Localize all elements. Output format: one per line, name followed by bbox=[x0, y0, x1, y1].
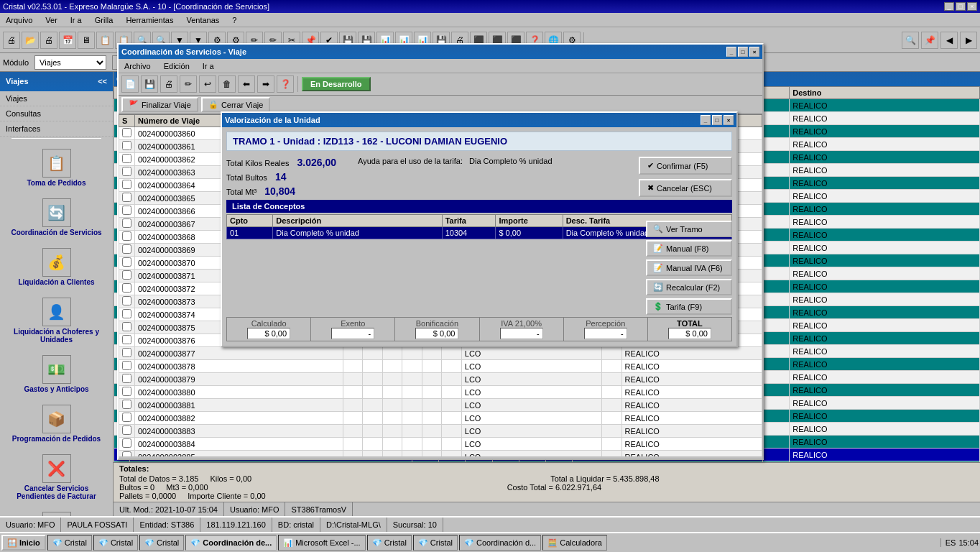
en-desarrollo-btn[interactable]: En Desarrollo bbox=[302, 77, 371, 91]
start-button[interactable]: 🪟 Inicio bbox=[1, 535, 46, 551]
coord-menu-ira[interactable]: Ir a bbox=[200, 60, 217, 72]
ver-tramo-btn[interactable]: 🔍 Ver Tramo bbox=[646, 221, 732, 237]
valor-min-btn[interactable]: _ bbox=[701, 115, 711, 125]
crow-check[interactable] bbox=[119, 295, 135, 308]
tb-btn1[interactable]: 📋 bbox=[96, 32, 114, 49]
coord-tb-delete[interactable]: 🗑 bbox=[218, 75, 236, 93]
crow-check[interactable] bbox=[119, 308, 135, 321]
taskbar-item-5[interactable]: 📊 Microsoft Excel -... bbox=[278, 535, 365, 551]
sidebar-nav-interfaces[interactable]: Interfaces bbox=[0, 121, 113, 137]
menu-herramientas[interactable]: Herramientas bbox=[123, 14, 176, 26]
crow-check[interactable] bbox=[119, 257, 135, 270]
crow-check[interactable] bbox=[119, 438, 135, 451]
coord-table-row[interactable]: 0024000003883 LCO REALICO bbox=[119, 425, 762, 438]
recalcular-btn[interactable]: 🔄 Recalcular (F2) bbox=[646, 279, 732, 295]
coord-tb-save[interactable]: 💾 bbox=[141, 75, 158, 93]
tb-right2[interactable]: 📌 bbox=[921, 32, 938, 49]
crow-check[interactable] bbox=[119, 425, 135, 438]
coord-max-btn[interactable]: □ bbox=[738, 47, 748, 57]
menu-ira[interactable]: Ir a bbox=[68, 14, 85, 26]
crow-check[interactable] bbox=[119, 321, 135, 334]
coord-tb-help[interactable]: ❓ bbox=[277, 75, 294, 93]
valor-max-btn[interactable]: □ bbox=[712, 115, 722, 125]
crow-check[interactable] bbox=[119, 360, 135, 373]
crow-check[interactable] bbox=[119, 386, 135, 399]
crow-check[interactable] bbox=[119, 282, 135, 295]
coord-tb-prev[interactable]: ⬅ bbox=[238, 75, 255, 93]
coord-close-btn[interactable]: × bbox=[749, 47, 759, 57]
taskbar-item-4[interactable]: 💎 Coordinación de... bbox=[185, 535, 277, 551]
sidebar-icon-gastos[interactable]: 💵 Gastos y Anticipos bbox=[3, 352, 110, 396]
tb-calendar[interactable]: 📅 bbox=[59, 32, 76, 49]
crow-check[interactable] bbox=[119, 347, 135, 360]
crow-check[interactable] bbox=[119, 399, 135, 412]
manual-iva-btn[interactable]: 📝 Manual IVA (F6) bbox=[646, 259, 732, 276]
minimize-btn[interactable]: _ bbox=[944, 2, 954, 11]
crow-check[interactable] bbox=[119, 127, 135, 140]
coord-tb-next[interactable]: ➡ bbox=[257, 75, 274, 93]
crow-check[interactable] bbox=[119, 334, 135, 347]
crow-check[interactable] bbox=[119, 270, 135, 282]
sidebar-icon-coord-servicios[interactable]: 🔄 Coordinación de Servicios bbox=[3, 196, 110, 239]
coord-tb-new[interactable]: 📄 bbox=[121, 75, 139, 93]
module-select[interactable]: Viajes bbox=[34, 55, 106, 70]
sidebar-nav-consultas[interactable]: Consultas bbox=[0, 106, 113, 121]
coord-tb-print[interactable]: 🖨 bbox=[160, 75, 177, 93]
menu-grilla[interactable]: Grilla bbox=[92, 14, 116, 26]
tb-print[interactable]: 🖨 bbox=[40, 32, 57, 49]
coord-menu-archivo[interactable]: Archivo bbox=[121, 60, 154, 72]
coord-tb-undo[interactable]: ↩ bbox=[199, 75, 216, 93]
tb-right4[interactable]: ▶ bbox=[960, 32, 977, 49]
sidebar-icon-cancelar[interactable]: ❌ Cancelar Servicios Pendientes de Factu… bbox=[3, 451, 110, 503]
manual-btn[interactable]: 📝 Manual (F8) bbox=[646, 240, 732, 257]
valor-close-btn[interactable]: × bbox=[724, 115, 734, 125]
coord-table-row[interactable]: 0024000003885 LCO REALICO bbox=[119, 451, 762, 457]
crow-check[interactable] bbox=[119, 153, 135, 166]
close-btn[interactable]: × bbox=[967, 2, 977, 11]
sidebar-icon-finalizacion[interactable]: 🏁 Finalización de Tramos con... bbox=[3, 509, 110, 516]
coord-tb-edit[interactable]: ✏ bbox=[180, 75, 197, 93]
sidebar-icon-toma-pedidos[interactable]: 📋 Toma de Pedidos bbox=[3, 146, 110, 190]
coord-table-row[interactable]: 0024000003877 LCO REALICO bbox=[119, 347, 762, 360]
tb-right3[interactable]: ◀ bbox=[940, 32, 958, 49]
tb-new[interactable]: 🖨 bbox=[3, 32, 20, 49]
crow-check[interactable] bbox=[119, 412, 135, 425]
crow-check[interactable] bbox=[119, 205, 135, 218]
crow-check[interactable] bbox=[119, 244, 135, 257]
crow-check[interactable] bbox=[119, 231, 135, 244]
taskbar-item-1[interactable]: 💎 Cristal bbox=[47, 535, 92, 551]
crow-check[interactable] bbox=[119, 373, 135, 386]
coord-table-row[interactable]: 0024000003881 LCO REALICO bbox=[119, 399, 762, 412]
crow-check[interactable] bbox=[119, 218, 135, 231]
coord-table-row[interactable]: 0024000003879 LCO REALICO bbox=[119, 373, 762, 386]
coord-table-row[interactable]: 0024000003878 LCO REALICO bbox=[119, 360, 762, 373]
crow-check[interactable] bbox=[119, 179, 135, 192]
menu-archivo[interactable]: Arquivo bbox=[3, 14, 35, 26]
taskbar-item-8[interactable]: 💎 Coordinación d... bbox=[459, 535, 541, 551]
finalizar-viaje-btn[interactable]: 🚩 Finalizar Viaje bbox=[121, 97, 198, 112]
taskbar-item-7[interactable]: 💎 Cristal bbox=[413, 535, 458, 551]
tb-open[interactable]: 📂 bbox=[22, 32, 39, 49]
taskbar-item-6[interactable]: 💎 Cristal bbox=[367, 535, 412, 551]
tarifa-btn[interactable]: 💲 Tarifa (F9) bbox=[646, 298, 732, 315]
crow-check[interactable] bbox=[119, 451, 135, 457]
taskbar-item-9[interactable]: 🧮 Calculadora bbox=[542, 535, 607, 551]
crow-check[interactable] bbox=[119, 140, 135, 153]
crow-check[interactable] bbox=[119, 166, 135, 179]
tb-right1[interactable]: 🔍 bbox=[902, 32, 919, 49]
coord-min-btn[interactable]: _ bbox=[726, 47, 736, 57]
cerrar-viaje-btn[interactable]: 🔒 Cerrar Viaje bbox=[201, 97, 271, 112]
coord-menu-edicion[interactable]: Edición bbox=[161, 60, 193, 72]
cancel-btn[interactable]: ✖ Cancelar (ESC) bbox=[639, 179, 732, 197]
sidebar-icon-liquidacion-clientes[interactable]: 💰 Liquidación a Clientes bbox=[3, 245, 110, 289]
menu-help[interactable]: ? bbox=[229, 14, 239, 26]
sidebar-nav-viajes[interactable]: Viajes bbox=[0, 91, 113, 106]
menu-ventanas[interactable]: Ventanas bbox=[183, 14, 222, 26]
coord-table-row[interactable]: 0024000003884 LCO REALICO bbox=[119, 438, 762, 451]
sidebar-icon-programacion[interactable]: 📦 Programación de Pedidos bbox=[3, 402, 110, 446]
tb-monitor[interactable]: 🖥 bbox=[78, 32, 95, 49]
sidebar-collapse-btn[interactable]: << bbox=[98, 77, 107, 86]
confirm-btn[interactable]: ✔ Confirmar (F5) bbox=[639, 157, 732, 175]
taskbar-item-3[interactable]: 💎 Cristal bbox=[139, 535, 184, 551]
maximize-btn[interactable]: □ bbox=[956, 2, 966, 11]
